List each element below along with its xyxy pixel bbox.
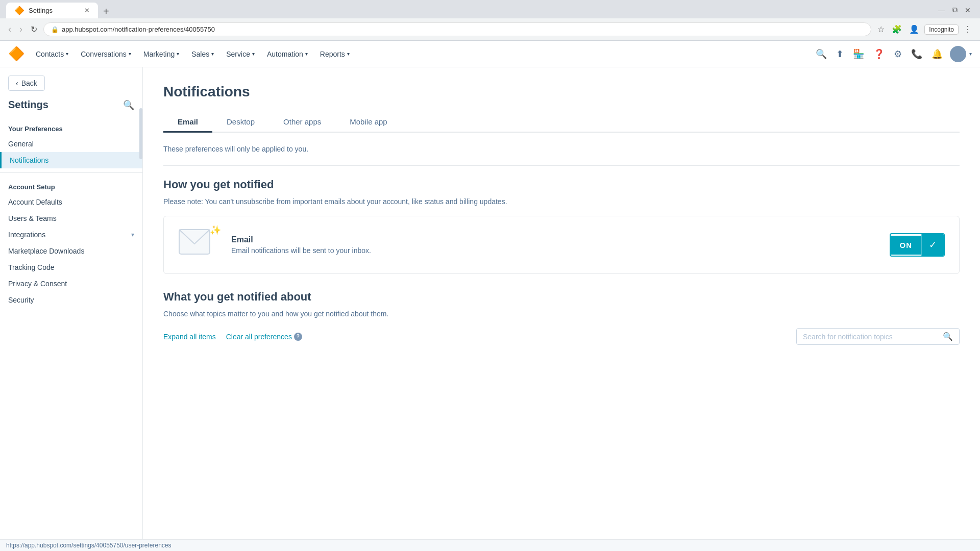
email-notification-card: ✨ Email Email notifications will be sent… — [163, 216, 960, 274]
chevron-down-icon: ▾ — [66, 51, 68, 57]
sidebar: ‹ Back Settings 🔍 Your Preferences Gener… — [0, 67, 143, 550]
status-bar: https://app.hubspot.com/settings/4005575… — [0, 539, 980, 550]
forward-nav-button[interactable]: › — [17, 22, 24, 37]
search-input[interactable] — [803, 333, 939, 341]
search-nav-button[interactable]: 🔍 — [812, 45, 831, 63]
phone-button[interactable]: 📞 — [907, 45, 926, 63]
email-card-description: Email notifications will be sent to your… — [231, 246, 877, 255]
nav-reports[interactable]: Reports ▾ — [315, 47, 355, 61]
marketplace-button[interactable]: 🏪 — [849, 45, 868, 63]
reload-button[interactable]: ↻ — [29, 22, 39, 36]
new-tab-button[interactable]: + — [98, 5, 114, 18]
close-button[interactable]: ✕ — [962, 5, 974, 15]
tab-email[interactable]: Email — [163, 112, 212, 133]
tab-desktop[interactable]: Desktop — [212, 112, 269, 133]
sidebar-item-integrations[interactable]: Integrations ▾ — [0, 227, 142, 243]
back-button[interactable]: ‹ Back — [8, 76, 45, 91]
tab-other-apps[interactable]: Other apps — [269, 112, 335, 133]
email-card-title: Email — [231, 235, 877, 244]
how-notified-title: How you get notified — [163, 178, 960, 191]
sidebar-item-notifications[interactable]: Notifications — [0, 152, 142, 168]
hubspot-favicon: 🔶 — [14, 6, 24, 15]
tab-mobile-app[interactable]: Mobile app — [335, 112, 401, 133]
chevron-down-icon: ▾ — [131, 231, 134, 238]
your-preferences-header: Your Preferences — [0, 119, 142, 136]
user-avatar[interactable] — [950, 46, 966, 62]
preferences-note: These preferences will only be applied t… — [163, 145, 960, 153]
nav-service[interactable]: Service ▾ — [221, 47, 260, 61]
envelope-svg — [178, 229, 211, 255]
restore-button[interactable]: ⧉ — [949, 5, 961, 15]
sidebar-item-tracking-code[interactable]: Tracking Code — [0, 259, 142, 276]
sidebar-search-button[interactable]: 🔍 — [123, 99, 134, 111]
sidebar-item-general[interactable]: General — [0, 136, 142, 152]
sidebar-item-security[interactable]: Security — [0, 292, 142, 308]
more-button[interactable]: ⋮ — [962, 22, 974, 36]
help-button[interactable]: ❓ — [869, 45, 889, 63]
top-nav: 🔶 Contacts ▾ Conversations ▾ Marketing ▾… — [0, 41, 980, 67]
tab-close-button[interactable]: ✕ — [84, 7, 90, 14]
sidebar-item-privacy-consent[interactable]: Privacy & Consent — [0, 276, 142, 292]
how-notified-note: Please note: You can't unsubscribe from … — [163, 197, 960, 206]
tabs-row: Email Desktop Other apps Mobile app — [163, 112, 960, 133]
chevron-down-icon: ▾ — [211, 51, 214, 57]
page-title: Notifications — [163, 84, 960, 100]
url-text: app.hubspot.com/notification-preferences… — [62, 26, 215, 33]
settings-button[interactable]: ⚙ — [890, 45, 906, 63]
what-notified-desc: Choose what topics matter to you and how… — [163, 310, 960, 318]
what-notified-title: What you get notified about — [163, 290, 960, 304]
account-setup-header: Account Setup — [0, 177, 142, 194]
on-button[interactable]: ON — [891, 236, 922, 255]
sidebar-item-account-defaults[interactable]: Account Defaults — [0, 194, 142, 210]
notifications-bell-button[interactable]: 🔔 — [927, 45, 947, 63]
chevron-down-icon: ▾ — [252, 51, 255, 57]
nav-marketing[interactable]: Marketing ▾ — [138, 47, 184, 61]
browser-tab[interactable]: 🔶 Settings ✕ — [6, 3, 98, 18]
address-bar[interactable]: 🔒 app.hubspot.com/notification-preferenc… — [43, 22, 871, 36]
back-arrow-icon: ‹ — [16, 79, 18, 87]
nav-sales[interactable]: Sales ▾ — [186, 47, 219, 61]
sidebar-item-marketplace-downloads[interactable]: Marketplace Downloads — [0, 243, 142, 259]
hubspot-logo[interactable]: 🔶 — [8, 46, 24, 62]
sidebar-item-users-teams[interactable]: Users & Teams — [0, 210, 142, 227]
bookmark-button[interactable]: ☆ — [875, 22, 887, 36]
tab-title: Settings — [29, 7, 53, 14]
chevron-down-icon: ▾ — [969, 51, 972, 57]
back-nav-button[interactable]: ‹ — [6, 22, 13, 37]
chevron-down-icon: ▾ — [305, 51, 308, 57]
email-icon-wrap: ✨ — [178, 229, 219, 261]
extensions-button[interactable]: 🧩 — [890, 22, 904, 36]
upgrade-button[interactable]: ⬆ — [832, 45, 848, 63]
notification-toolbar: Expand all items Clear all preferences ?… — [163, 328, 960, 345]
email-info: Email Email notifications will be sent t… — [231, 235, 877, 255]
nav-contacts[interactable]: Contacts ▾ — [31, 47, 74, 61]
email-toggle[interactable]: ON ✓ — [890, 233, 945, 257]
notification-search-box: 🔍 — [796, 328, 960, 345]
nav-automation[interactable]: Automation ▾ — [262, 47, 313, 61]
search-icon: 🔍 — [943, 332, 953, 341]
nav-conversations[interactable]: Conversations ▾ — [76, 47, 136, 61]
chevron-down-icon: ▾ — [347, 51, 350, 57]
info-icon: ? — [294, 333, 302, 341]
expand-all-link[interactable]: Expand all items — [163, 333, 216, 341]
clear-all-link[interactable]: Clear all preferences — [226, 333, 292, 341]
sparkles-icon: ✨ — [210, 224, 221, 236]
lock-icon: 🔒 — [51, 26, 59, 33]
chevron-down-icon: ▾ — [177, 51, 179, 57]
incognito-badge: Incognito — [924, 24, 959, 35]
sidebar-title: Settings — [8, 99, 48, 111]
main-content: Notifications Email Desktop Other apps M… — [143, 67, 980, 550]
chevron-down-icon: ▾ — [129, 51, 131, 57]
minimize-button[interactable]: — — [935, 5, 948, 15]
profile-button[interactable]: 👤 — [907, 22, 921, 36]
check-button[interactable]: ✓ — [921, 234, 944, 256]
